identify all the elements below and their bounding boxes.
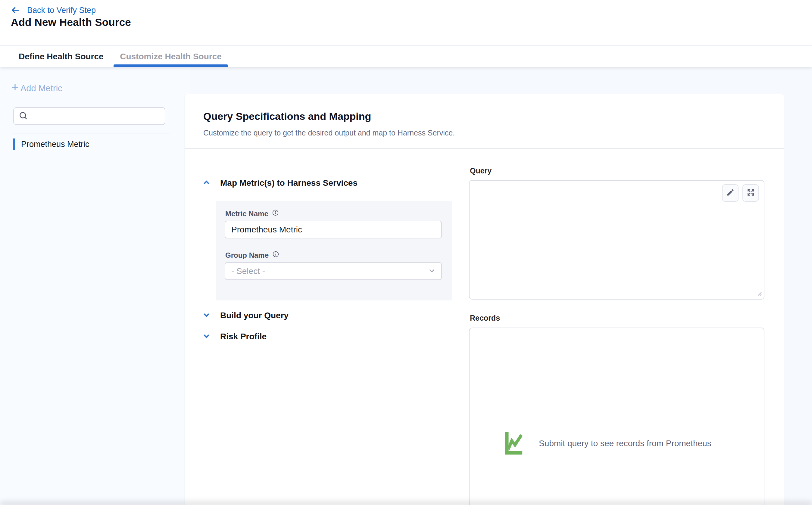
- records-panel: Submit query to see records from Prometh…: [469, 328, 764, 510]
- tab-customize-health-source[interactable]: Customize Health Source: [114, 46, 228, 67]
- search-icon: [19, 111, 28, 121]
- sidebar-divider: [12, 133, 170, 133]
- bottom-bar: [0, 505, 812, 510]
- tab-define-health-source[interactable]: Define Health Source: [19, 46, 104, 67]
- sidebar: Add Metric Prometheus Metric: [0, 67, 190, 510]
- main-card: Query Specifications and Mapping Customi…: [185, 94, 784, 510]
- back-link-label: Back to Verify Step: [27, 6, 96, 15]
- fullscreen-arrows-icon: [747, 188, 755, 198]
- expand-query-button[interactable]: [743, 184, 759, 202]
- content-area: Add Metric Prometheus Metric Query Speci…: [0, 67, 812, 510]
- chevron-down-icon: [202, 311, 210, 320]
- query-textarea[interactable]: [469, 180, 764, 300]
- records-empty-state: Submit query to see records from Prometh…: [504, 430, 712, 456]
- page-title: Add New Health Source: [11, 16, 131, 28]
- info-icon: [272, 209, 279, 218]
- group-name-label: Group Name: [225, 251, 279, 260]
- add-metric-button[interactable]: Add Metric: [11, 83, 62, 94]
- active-tab-underline: [114, 64, 228, 67]
- query-label: Query: [470, 167, 492, 175]
- section-map-metrics[interactable]: Map Metric(s) to Harness Services: [202, 178, 357, 188]
- group-name-select[interactable]: - Select -: [225, 262, 442, 280]
- section-map-metrics-label: Map Metric(s) to Harness Services: [220, 178, 357, 188]
- screen: Back to Verify Step Add New Health Sourc…: [0, 0, 812, 510]
- app-header: Back to Verify Step Add New Health Sourc…: [0, 0, 812, 46]
- group-name-select-value: - Select -: [231, 266, 265, 276]
- card-title: Query Specifications and Mapping: [203, 111, 371, 122]
- metric-item-label: Prometheus Metric: [21, 140, 89, 149]
- arrow-left-icon: [11, 6, 20, 15]
- plus-icon: [11, 83, 19, 94]
- records-empty-text: Submit query to see records from Prometh…: [539, 439, 712, 448]
- metric-name-label-text: Metric Name: [225, 210, 268, 218]
- resize-grip-icon[interactable]: [755, 290, 762, 297]
- selected-indicator: [13, 139, 15, 150]
- section-risk-profile-label: Risk Profile: [220, 332, 266, 341]
- pencil-icon: [726, 188, 734, 198]
- line-chart-icon: [504, 430, 524, 456]
- metric-name-input[interactable]: [225, 221, 442, 238]
- records-label: Records: [470, 314, 500, 323]
- chevron-down-icon: [202, 332, 210, 341]
- section-build-query[interactable]: Build your Query: [202, 310, 289, 321]
- metric-name-label: Metric Name: [225, 209, 279, 218]
- search-input[interactable]: [31, 111, 160, 121]
- group-name-label-text: Group Name: [225, 251, 269, 260]
- tabbar: Define Health Source Customize Health So…: [0, 46, 812, 67]
- card-header-divider: [185, 148, 784, 149]
- info-icon: [272, 251, 279, 260]
- section-risk-profile[interactable]: Risk Profile: [202, 331, 266, 342]
- back-link[interactable]: Back to Verify Step: [11, 4, 96, 16]
- metric-search-box: [13, 107, 165, 125]
- metric-list-item[interactable]: Prometheus Metric: [13, 139, 89, 150]
- edit-query-button[interactable]: [722, 184, 738, 202]
- card-subtitle: Customize the query to get the desired o…: [203, 128, 455, 137]
- chevron-down-icon: [428, 267, 436, 276]
- section-build-query-label: Build your Query: [220, 311, 289, 320]
- add-metric-label: Add Metric: [21, 83, 62, 93]
- metric-mapping-panel: Metric Name Group Name - Select -: [216, 201, 452, 300]
- chevron-up-icon: [202, 179, 210, 188]
